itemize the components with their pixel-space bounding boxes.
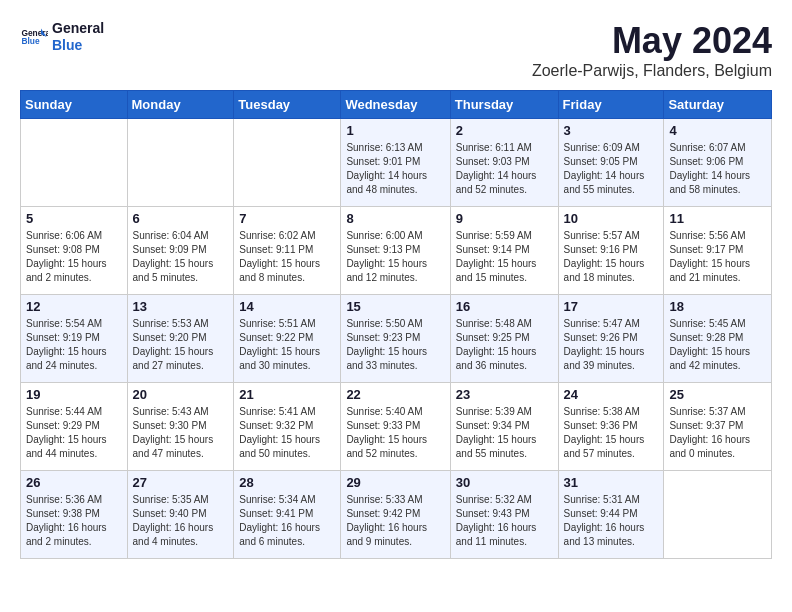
day-number: 1 bbox=[346, 123, 444, 138]
day-info: Sunrise: 6:09 AMSunset: 9:05 PMDaylight:… bbox=[564, 141, 659, 197]
header-saturday: Saturday bbox=[664, 91, 772, 119]
day-info: Sunrise: 6:00 AMSunset: 9:13 PMDaylight:… bbox=[346, 229, 444, 285]
calendar-cell: 27Sunrise: 5:35 AMSunset: 9:40 PMDayligh… bbox=[127, 471, 234, 559]
day-info: Sunrise: 5:44 AMSunset: 9:29 PMDaylight:… bbox=[26, 405, 122, 461]
calendar-cell: 1Sunrise: 6:13 AMSunset: 9:01 PMDaylight… bbox=[341, 119, 450, 207]
day-info: Sunrise: 5:41 AMSunset: 9:32 PMDaylight:… bbox=[239, 405, 335, 461]
day-number: 8 bbox=[346, 211, 444, 226]
day-info: Sunrise: 5:36 AMSunset: 9:38 PMDaylight:… bbox=[26, 493, 122, 549]
day-info: Sunrise: 5:59 AMSunset: 9:14 PMDaylight:… bbox=[456, 229, 553, 285]
day-info: Sunrise: 6:13 AMSunset: 9:01 PMDaylight:… bbox=[346, 141, 444, 197]
day-info: Sunrise: 5:47 AMSunset: 9:26 PMDaylight:… bbox=[564, 317, 659, 373]
day-info: Sunrise: 5:40 AMSunset: 9:33 PMDaylight:… bbox=[346, 405, 444, 461]
day-info: Sunrise: 6:07 AMSunset: 9:06 PMDaylight:… bbox=[669, 141, 766, 197]
calendar-cell: 14Sunrise: 5:51 AMSunset: 9:22 PMDayligh… bbox=[234, 295, 341, 383]
calendar-cell: 19Sunrise: 5:44 AMSunset: 9:29 PMDayligh… bbox=[21, 383, 128, 471]
day-info: Sunrise: 5:37 AMSunset: 9:37 PMDaylight:… bbox=[669, 405, 766, 461]
day-number: 3 bbox=[564, 123, 659, 138]
header-wednesday: Wednesday bbox=[341, 91, 450, 119]
day-number: 25 bbox=[669, 387, 766, 402]
day-info: Sunrise: 6:06 AMSunset: 9:08 PMDaylight:… bbox=[26, 229, 122, 285]
day-info: Sunrise: 5:45 AMSunset: 9:28 PMDaylight:… bbox=[669, 317, 766, 373]
day-number: 21 bbox=[239, 387, 335, 402]
header-tuesday: Tuesday bbox=[234, 91, 341, 119]
header-thursday: Thursday bbox=[450, 91, 558, 119]
day-info: Sunrise: 5:50 AMSunset: 9:23 PMDaylight:… bbox=[346, 317, 444, 373]
calendar-cell: 5Sunrise: 6:06 AMSunset: 9:08 PMDaylight… bbox=[21, 207, 128, 295]
day-number: 4 bbox=[669, 123, 766, 138]
calendar-cell bbox=[21, 119, 128, 207]
calendar-cell: 11Sunrise: 5:56 AMSunset: 9:17 PMDayligh… bbox=[664, 207, 772, 295]
calendar-cell: 16Sunrise: 5:48 AMSunset: 9:25 PMDayligh… bbox=[450, 295, 558, 383]
day-number: 2 bbox=[456, 123, 553, 138]
day-number: 6 bbox=[133, 211, 229, 226]
calendar-cell: 4Sunrise: 6:07 AMSunset: 9:06 PMDaylight… bbox=[664, 119, 772, 207]
day-number: 30 bbox=[456, 475, 553, 490]
calendar-cell: 23Sunrise: 5:39 AMSunset: 9:34 PMDayligh… bbox=[450, 383, 558, 471]
day-info: Sunrise: 6:02 AMSunset: 9:11 PMDaylight:… bbox=[239, 229, 335, 285]
calendar-cell: 25Sunrise: 5:37 AMSunset: 9:37 PMDayligh… bbox=[664, 383, 772, 471]
day-info: Sunrise: 6:11 AMSunset: 9:03 PMDaylight:… bbox=[456, 141, 553, 197]
day-number: 11 bbox=[669, 211, 766, 226]
header-friday: Friday bbox=[558, 91, 664, 119]
day-info: Sunrise: 5:53 AMSunset: 9:20 PMDaylight:… bbox=[133, 317, 229, 373]
day-number: 7 bbox=[239, 211, 335, 226]
day-number: 16 bbox=[456, 299, 553, 314]
calendar-cell: 7Sunrise: 6:02 AMSunset: 9:11 PMDaylight… bbox=[234, 207, 341, 295]
calendar-cell: 24Sunrise: 5:38 AMSunset: 9:36 PMDayligh… bbox=[558, 383, 664, 471]
day-number: 24 bbox=[564, 387, 659, 402]
day-number: 31 bbox=[564, 475, 659, 490]
logo-line2: Blue bbox=[52, 37, 104, 54]
day-info: Sunrise: 5:48 AMSunset: 9:25 PMDaylight:… bbox=[456, 317, 553, 373]
calendar-cell: 6Sunrise: 6:04 AMSunset: 9:09 PMDaylight… bbox=[127, 207, 234, 295]
day-number: 15 bbox=[346, 299, 444, 314]
logo-icon: General Blue bbox=[20, 23, 48, 51]
day-number: 18 bbox=[669, 299, 766, 314]
day-info: Sunrise: 5:51 AMSunset: 9:22 PMDaylight:… bbox=[239, 317, 335, 373]
calendar-cell: 3Sunrise: 6:09 AMSunset: 9:05 PMDaylight… bbox=[558, 119, 664, 207]
day-info: Sunrise: 5:38 AMSunset: 9:36 PMDaylight:… bbox=[564, 405, 659, 461]
week-row-3: 12Sunrise: 5:54 AMSunset: 9:19 PMDayligh… bbox=[21, 295, 772, 383]
calendar-cell: 20Sunrise: 5:43 AMSunset: 9:30 PMDayligh… bbox=[127, 383, 234, 471]
day-number: 23 bbox=[456, 387, 553, 402]
header: General Blue General Blue May 2024 Zoerl… bbox=[20, 20, 772, 80]
calendar-cell bbox=[127, 119, 234, 207]
day-number: 26 bbox=[26, 475, 122, 490]
calendar-cell: 9Sunrise: 5:59 AMSunset: 9:14 PMDaylight… bbox=[450, 207, 558, 295]
day-number: 14 bbox=[239, 299, 335, 314]
day-number: 9 bbox=[456, 211, 553, 226]
calendar-cell: 13Sunrise: 5:53 AMSunset: 9:20 PMDayligh… bbox=[127, 295, 234, 383]
week-row-4: 19Sunrise: 5:44 AMSunset: 9:29 PMDayligh… bbox=[21, 383, 772, 471]
calendar-subtitle: Zoerle-Parwijs, Flanders, Belgium bbox=[532, 62, 772, 80]
logo-line1: General bbox=[52, 20, 104, 37]
calendar-cell: 21Sunrise: 5:41 AMSunset: 9:32 PMDayligh… bbox=[234, 383, 341, 471]
day-number: 10 bbox=[564, 211, 659, 226]
calendar-cell: 22Sunrise: 5:40 AMSunset: 9:33 PMDayligh… bbox=[341, 383, 450, 471]
day-info: Sunrise: 5:31 AMSunset: 9:44 PMDaylight:… bbox=[564, 493, 659, 549]
calendar-cell: 2Sunrise: 6:11 AMSunset: 9:03 PMDaylight… bbox=[450, 119, 558, 207]
day-number: 20 bbox=[133, 387, 229, 402]
svg-text:Blue: Blue bbox=[21, 36, 39, 46]
calendar-header-row: SundayMondayTuesdayWednesdayThursdayFrid… bbox=[21, 91, 772, 119]
day-info: Sunrise: 5:56 AMSunset: 9:17 PMDaylight:… bbox=[669, 229, 766, 285]
logo: General Blue General Blue bbox=[20, 20, 104, 54]
calendar-cell bbox=[234, 119, 341, 207]
calendar-cell: 8Sunrise: 6:00 AMSunset: 9:13 PMDaylight… bbox=[341, 207, 450, 295]
calendar-table: SundayMondayTuesdayWednesdayThursdayFrid… bbox=[20, 90, 772, 559]
calendar-cell bbox=[664, 471, 772, 559]
calendar-cell: 31Sunrise: 5:31 AMSunset: 9:44 PMDayligh… bbox=[558, 471, 664, 559]
calendar-title: May 2024 bbox=[532, 20, 772, 62]
day-number: 17 bbox=[564, 299, 659, 314]
day-info: Sunrise: 5:34 AMSunset: 9:41 PMDaylight:… bbox=[239, 493, 335, 549]
day-info: Sunrise: 5:33 AMSunset: 9:42 PMDaylight:… bbox=[346, 493, 444, 549]
day-number: 27 bbox=[133, 475, 229, 490]
day-number: 22 bbox=[346, 387, 444, 402]
day-info: Sunrise: 5:43 AMSunset: 9:30 PMDaylight:… bbox=[133, 405, 229, 461]
week-row-5: 26Sunrise: 5:36 AMSunset: 9:38 PMDayligh… bbox=[21, 471, 772, 559]
calendar-cell: 12Sunrise: 5:54 AMSunset: 9:19 PMDayligh… bbox=[21, 295, 128, 383]
calendar-cell: 29Sunrise: 5:33 AMSunset: 9:42 PMDayligh… bbox=[341, 471, 450, 559]
calendar-cell: 18Sunrise: 5:45 AMSunset: 9:28 PMDayligh… bbox=[664, 295, 772, 383]
day-number: 5 bbox=[26, 211, 122, 226]
day-info: Sunrise: 5:54 AMSunset: 9:19 PMDaylight:… bbox=[26, 317, 122, 373]
day-number: 13 bbox=[133, 299, 229, 314]
